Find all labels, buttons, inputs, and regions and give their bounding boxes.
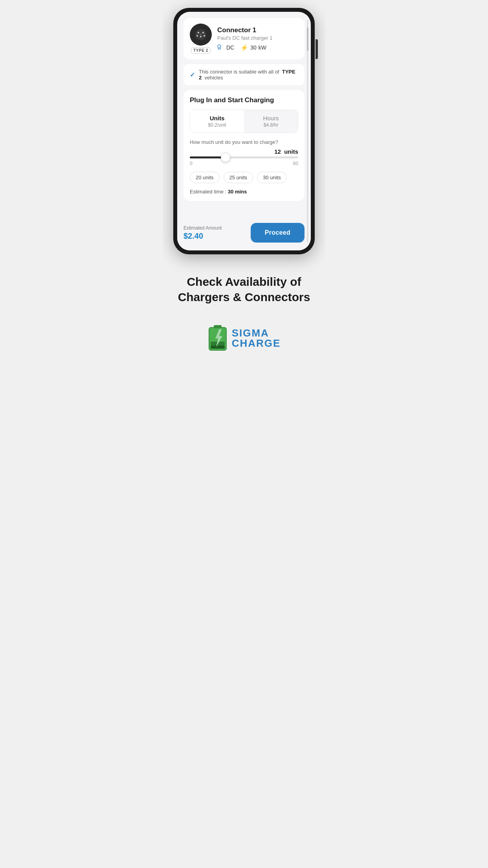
dc-icon [217,44,224,51]
compat-notice: ✓ This connector is suitable with all of… [183,64,305,85]
svg-rect-11 [214,325,222,328]
connector-info: Connector 1 Paul's DC fast charger 1 [217,26,298,51]
how-much-label: How much unit do you want to charge? [190,139,298,145]
quick-unit-btn-30[interactable]: 30 units [257,172,287,183]
tabs-row: Units $0.2/unit Hours $4.8/hr [190,110,298,133]
svg-rect-13 [211,346,225,349]
units-value: 12 units [274,148,298,155]
logo-charge: CHARGE [232,338,281,348]
quick-unit-btn-25[interactable]: 25 units [224,172,253,183]
estimated-amount-label: Estimated Amount [183,225,222,231]
estimated-amount-value: $2.40 [183,232,222,241]
connector-card: TYPE 2 Connector 1 Paul's DC fast charge… [183,18,305,59]
type-badge: TYPE 2 [191,47,210,54]
slider-wrap[interactable] [190,156,298,158]
scrollbar-track[interactable] [307,20,308,243]
quick-units-row: 20 units 25 units 30 units [190,172,298,183]
power-unit: kW [259,44,266,51]
check-icon: ✓ [190,71,195,79]
compat-text: This connector is suitable with all of T… [199,69,298,81]
svg-point-3 [196,35,198,37]
phone-mockup: TYPE 2 Connector 1 Paul's DC fast charge… [173,8,315,254]
tab-hours-price: $4.8/hr [247,122,295,128]
plug-section: Plug In and Start Charging Units $0.2/un… [183,90,305,201]
tab-units-label: Units [193,115,241,121]
connector-specs: DC ⚡ 30 kW [217,44,298,51]
phone-screen: TYPE 2 Connector 1 Paul's DC fast charge… [177,12,311,250]
estimated-amount-wrap: Estimated Amount $2.40 [183,225,222,241]
main-headline: Check Availability of Chargers & Connect… [171,274,317,305]
power-type: DC [226,44,234,51]
slider-range-row: 0 60 [190,161,298,166]
power-kw: 30 [250,44,257,51]
spacer [183,201,305,217]
phone-side-button [316,39,318,59]
slider-min: 0 [190,161,193,166]
svg-point-4 [204,35,205,37]
tab-hours[interactable]: Hours $4.8/hr [244,110,298,132]
svg-point-1 [198,32,199,33]
bottom-bar: Estimated Amount $2.40 Proceed [177,217,311,250]
connector-plug-icon [194,28,208,42]
proceed-button[interactable]: Proceed [251,223,305,243]
svg-point-7 [218,45,221,48]
logo-sigma: SIGMA [232,328,269,338]
quick-unit-btn-20[interactable]: 20 units [190,172,220,183]
tab-hours-label: Hours [247,115,295,121]
charger-name: Paul's DC fast charger 1 [217,35,298,41]
logo-text: SIGMA CHARGE [232,328,281,348]
tab-units[interactable]: Units $0.2/unit [190,110,244,132]
spec-dc: DC [217,44,234,51]
lower-section: Check Availability of Chargers & Connect… [163,254,325,364]
slider-fill [190,156,226,158]
slider-track [190,156,298,158]
logo-wrap: SIGMA CHARGE [171,324,317,352]
units-value-row: 12 units [190,148,298,155]
logo-battery-icon [207,324,228,352]
svg-point-6 [200,34,202,35]
plug-title: Plug In and Start Charging [190,96,298,104]
scrollbar-thumb [307,28,308,51]
spec-power: ⚡ 30 kW [240,44,266,51]
slider-thumb[interactable] [221,153,230,162]
svg-point-2 [202,32,204,33]
bolt-icon: ⚡ [240,44,248,51]
connector-icon-wrap: TYPE 2 [190,24,212,54]
page-wrapper: TYPE 2 Connector 1 Paul's DC fast charge… [163,0,325,379]
estimated-time: Estimated time : 30 mins [190,189,298,195]
connector-name: Connector 1 [217,26,298,34]
svg-point-5 [200,36,202,37]
connector-icon [190,24,212,46]
screen-content: TYPE 2 Connector 1 Paul's DC fast charge… [177,12,311,217]
slider-max: 60 [293,161,298,166]
tab-units-price: $0.2/unit [193,122,241,128]
